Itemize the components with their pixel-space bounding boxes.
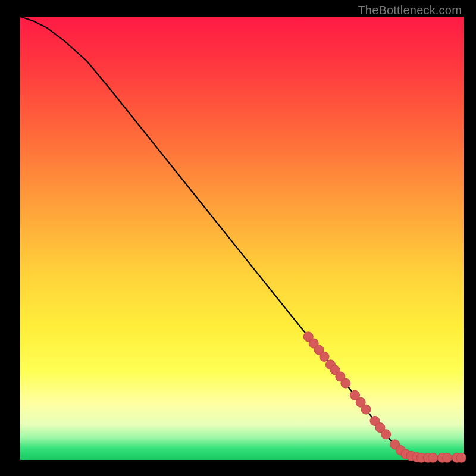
- chart-stage: TheBottleneck.com: [0, 0, 476, 476]
- curve-marker: [428, 453, 438, 462]
- curve-marker: [456, 453, 466, 462]
- main-curve: [20, 17, 464, 458]
- curve-layer: [20, 17, 464, 460]
- curve-marker: [320, 352, 329, 361]
- marker-group: [303, 332, 466, 462]
- attribution-text: TheBottleneck.com: [358, 4, 462, 17]
- curve-marker: [442, 453, 452, 462]
- curve-marker: [361, 405, 371, 414]
- curve-marker: [341, 378, 350, 388]
- curve-marker: [381, 430, 391, 439]
